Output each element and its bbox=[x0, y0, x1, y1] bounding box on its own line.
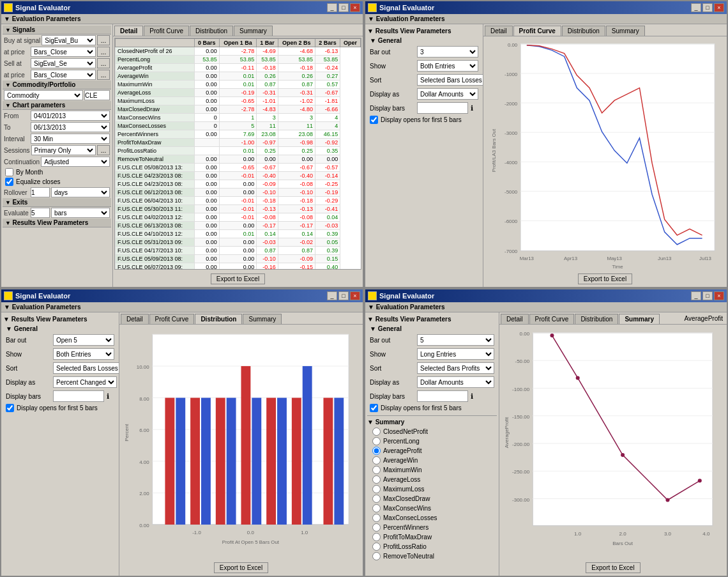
commodity-section[interactable]: Commodity/Portfolio bbox=[3, 81, 111, 89]
sell-signal-select[interactable]: SigEval_Se bbox=[31, 58, 96, 68]
close-btn-tr[interactable]: × bbox=[714, 3, 724, 12]
buy-signal-dots[interactable]: ... bbox=[97, 35, 110, 45]
bl-sort-select[interactable]: Selected Bars Losses bbox=[53, 362, 119, 374]
radio-removeneutral[interactable] bbox=[372, 552, 381, 560]
radio-maximumwin[interactable] bbox=[372, 466, 381, 474]
tr-tab-distribution[interactable]: Distribution bbox=[562, 26, 605, 36]
br-tab-detail[interactable]: Detail bbox=[501, 314, 529, 324]
export-btn-tl[interactable]: Export to Excel bbox=[211, 273, 265, 284]
tr-tab-summary[interactable]: Summary bbox=[606, 26, 645, 36]
close-btn[interactable]: × bbox=[350, 3, 360, 12]
sell-signal-dots[interactable]: ... bbox=[97, 58, 110, 68]
bl-displaybars-label: Display bars bbox=[6, 393, 50, 400]
exits-section[interactable]: Exits bbox=[3, 198, 111, 207]
from-date-select[interactable]: 04/01/2013 bbox=[31, 111, 110, 121]
bl-show-select[interactable]: Both Entries bbox=[53, 348, 114, 360]
portfolio-input[interactable] bbox=[84, 90, 110, 100]
sessions-dots[interactable]: ... bbox=[97, 145, 110, 155]
minimize-btn-tr[interactable]: _ bbox=[691, 3, 701, 12]
by-month-checkbox[interactable] bbox=[5, 168, 13, 176]
radio-percentlong[interactable] bbox=[372, 437, 381, 445]
maximize-btn-bl[interactable]: □ bbox=[338, 291, 349, 300]
minimize-btn-br[interactable]: _ bbox=[691, 291, 701, 300]
bl-displayas-select[interactable]: Percent Changed bbox=[53, 376, 117, 388]
buy-signal-select[interactable]: SigEval_Bu bbox=[42, 35, 96, 45]
tab-summary[interactable]: Summary bbox=[234, 26, 273, 36]
tr-displayas-select[interactable]: Dollar Amounts bbox=[417, 88, 478, 100]
br-sort-select[interactable]: Selected Bars Profits bbox=[417, 362, 494, 374]
bl-info-icon[interactable]: ℹ bbox=[107, 392, 109, 401]
br-info-icon[interactable]: ℹ bbox=[471, 392, 473, 401]
radio-maxconsecwins[interactable] bbox=[372, 504, 381, 512]
equalize-checkbox[interactable] bbox=[5, 178, 13, 186]
radio-profitlossratio[interactable] bbox=[372, 542, 381, 551]
export-btn-tr[interactable]: Export to Excel bbox=[578, 273, 632, 284]
signals-section[interactable]: Signals bbox=[3, 26, 111, 35]
tr-sort-select[interactable]: Selected Bars Losses bbox=[417, 74, 483, 86]
tab-distribution[interactable]: Distribution bbox=[190, 26, 233, 36]
tr-info-icon[interactable]: ℹ bbox=[471, 104, 473, 112]
tab-detail[interactable]: Detail bbox=[114, 26, 143, 36]
maximize-btn[interactable]: □ bbox=[338, 3, 349, 12]
bl-tab-summary[interactable]: Summary bbox=[243, 314, 282, 324]
tr-display-opens-checkbox[interactable] bbox=[370, 116, 378, 124]
svg-text:4.0: 4.0 bbox=[702, 531, 710, 537]
export-btn-br[interactable]: Export to Excel bbox=[586, 562, 640, 573]
evaluate-input[interactable] bbox=[31, 208, 50, 218]
br-tab-profit-curve[interactable]: Profit Curve bbox=[529, 314, 575, 324]
tr-barout-select[interactable]: 3 bbox=[417, 46, 478, 58]
data-table-container[interactable]: 0 Bars Open 1 Ba 1 Bar Open 2 Bs 2 Bars … bbox=[114, 38, 361, 270]
svg-point-82 bbox=[665, 498, 669, 502]
br-displaybars-input[interactable] bbox=[417, 390, 468, 402]
radio-maxcloseddraw[interactable] bbox=[372, 495, 381, 503]
bl-tab-profit-curve[interactable]: Profit Curve bbox=[149, 314, 195, 324]
tr-show-select[interactable]: Both Entries bbox=[417, 60, 478, 72]
evaluate-unit-select[interactable]: bars bbox=[51, 208, 110, 218]
buy-price-select[interactable]: Bars_Close bbox=[31, 47, 96, 57]
radio-maximumloss[interactable] bbox=[372, 485, 381, 493]
minimize-btn[interactable]: _ bbox=[327, 3, 337, 12]
bl-tab-distribution[interactable]: Distribution bbox=[195, 314, 242, 324]
rollover-input[interactable] bbox=[31, 187, 50, 197]
results-section[interactable]: Results View Parameters bbox=[3, 219, 111, 227]
bl-display-opens-checkbox[interactable] bbox=[6, 404, 14, 412]
close-btn-bl[interactable]: × bbox=[350, 291, 360, 300]
sessions-select[interactable]: Primary Only bbox=[31, 145, 96, 155]
br-tab-summary[interactable]: Summary bbox=[619, 314, 660, 324]
radio-averagewin[interactable] bbox=[372, 456, 381, 465]
maximize-btn-tr[interactable]: □ bbox=[702, 3, 713, 12]
interval-select[interactable]: 30 Min bbox=[31, 134, 110, 144]
bl-displaybars-input[interactable] bbox=[53, 390, 104, 402]
radio-averageloss[interactable] bbox=[372, 475, 381, 484]
radio-percentwinners[interactable] bbox=[372, 523, 381, 532]
maximize-btn-br[interactable]: □ bbox=[702, 291, 713, 300]
br-displayas-select[interactable]: Dollar Amounts bbox=[417, 376, 494, 388]
br-tab-distribution[interactable]: Distribution bbox=[575, 314, 618, 324]
to-date-select[interactable]: 06/13/2013 bbox=[31, 122, 110, 132]
radio-closednetprofit[interactable] bbox=[372, 427, 381, 436]
tr-displaybars-input[interactable] bbox=[417, 102, 468, 114]
tab-profit-curve[interactable]: Profit Curve bbox=[144, 26, 189, 36]
bl-tab-detail[interactable]: Detail bbox=[121, 314, 149, 324]
chart-params-section[interactable]: Chart parameters bbox=[3, 101, 111, 110]
rollover-unit-select[interactable]: days bbox=[51, 187, 110, 197]
continuation-select[interactable]: Adjusted bbox=[41, 157, 110, 167]
sell-price-select[interactable]: Bars_Close bbox=[31, 70, 96, 80]
radio-profittomaxdraw[interactable] bbox=[372, 533, 381, 541]
minimize-btn-bl[interactable]: _ bbox=[327, 291, 337, 300]
radio-averageprofit[interactable] bbox=[372, 447, 381, 455]
tr-displaybars-label: Display bars bbox=[370, 105, 414, 112]
close-btn-br[interactable]: × bbox=[714, 291, 724, 300]
sell-price-dots[interactable]: ... bbox=[97, 70, 110, 80]
export-btn-bl[interactable]: Export to Excel bbox=[214, 562, 268, 573]
tr-tab-profit-curve[interactable]: Profit Curve bbox=[513, 26, 561, 36]
br-display-opens-checkbox[interactable] bbox=[370, 404, 378, 412]
bl-barout-select[interactable]: Open 5 bbox=[53, 334, 114, 346]
table-row: F.US.CLE 05/08/2013 13:0.00-0.65-0.67-0.… bbox=[116, 164, 361, 172]
radio-maxconseclosses[interactable] bbox=[372, 514, 381, 522]
tr-tab-detail[interactable]: Detail bbox=[485, 26, 513, 36]
commodity-select[interactable]: Commodity bbox=[4, 90, 83, 100]
br-barout-select[interactable]: 5 bbox=[417, 334, 494, 346]
buy-price-dots[interactable]: ... bbox=[97, 47, 110, 57]
br-show-select[interactable]: Long Entries bbox=[417, 348, 494, 360]
